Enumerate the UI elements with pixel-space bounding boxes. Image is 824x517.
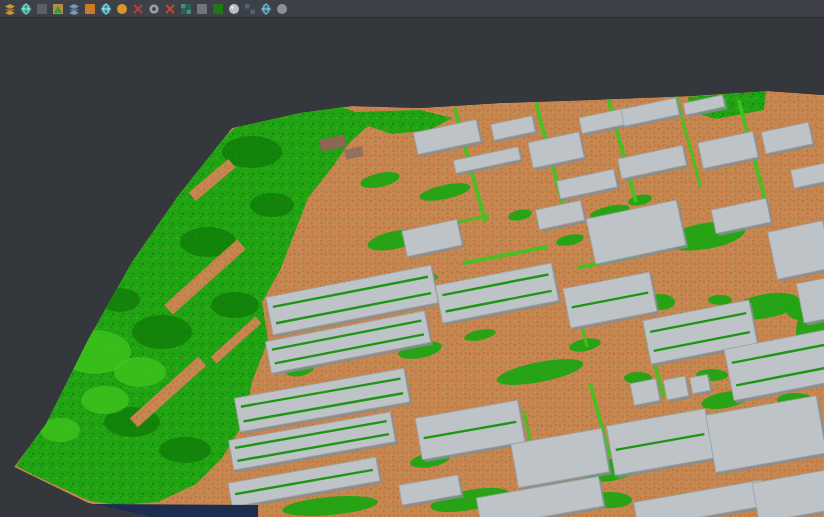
box-select-glyph	[84, 3, 96, 15]
application-window	[0, 0, 824, 517]
info-icon[interactable]	[274, 1, 289, 16]
ortho-globe-icon[interactable]	[258, 1, 273, 16]
sphere-render-icon[interactable]	[226, 1, 241, 16]
sun-shading-glyph	[116, 3, 128, 15]
open-project-icon[interactable]	[2, 1, 17, 16]
delete-section-icon[interactable]	[162, 1, 177, 16]
camera-icon[interactable]	[194, 1, 209, 16]
grid-icon[interactable]	[178, 1, 193, 16]
point-cloud-scene	[0, 18, 824, 517]
sun-shading-icon[interactable]	[114, 1, 129, 16]
building	[630, 378, 662, 408]
3d-viewport[interactable]	[0, 18, 824, 517]
mesh-glyph	[244, 3, 256, 15]
classification-glyph	[212, 3, 224, 15]
measure-icon[interactable]	[130, 1, 145, 16]
settings-gear-icon[interactable]	[146, 1, 161, 16]
globe-3d-glyph	[100, 3, 112, 15]
sphere-render-glyph	[228, 3, 240, 15]
import-cloud-icon[interactable]	[18, 1, 33, 16]
camera-glyph	[196, 3, 208, 15]
layers-icon[interactable]	[66, 1, 81, 16]
building	[663, 376, 691, 403]
globe-3d-icon[interactable]	[98, 1, 113, 16]
ortho-globe-glyph	[260, 3, 272, 15]
save-icon[interactable]	[34, 1, 49, 16]
terrain-view-icon[interactable]	[50, 1, 65, 16]
building	[690, 374, 713, 396]
grid-glyph	[180, 3, 192, 15]
classification-icon[interactable]	[210, 1, 225, 16]
layers-glyph	[68, 3, 80, 15]
main-toolbar	[0, 0, 824, 18]
box-select-icon[interactable]	[82, 1, 97, 16]
import-cloud-glyph	[20, 3, 32, 15]
save-glyph	[36, 3, 48, 15]
measure-glyph	[132, 3, 144, 15]
mesh-icon[interactable]	[242, 1, 257, 16]
settings-gear-glyph	[148, 3, 160, 15]
delete-section-glyph	[164, 3, 176, 15]
terrain-view-glyph	[52, 3, 64, 15]
info-glyph	[276, 3, 288, 15]
open-project-glyph	[4, 3, 16, 15]
